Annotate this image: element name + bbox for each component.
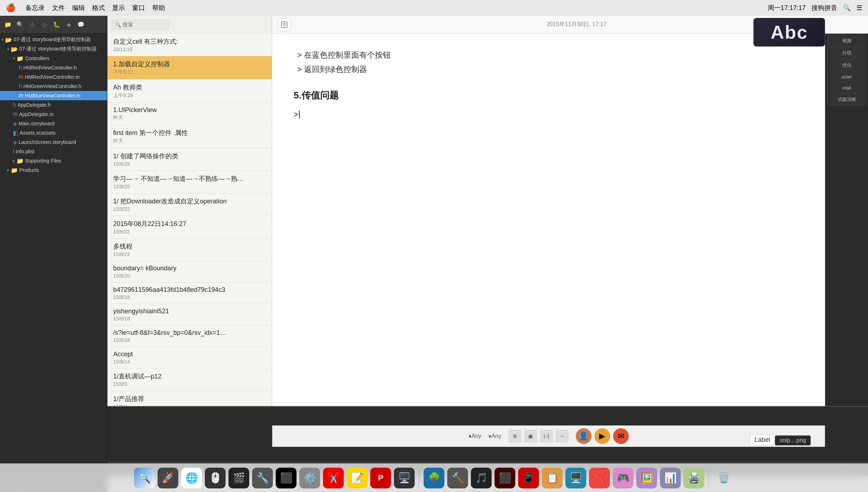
mail-icon[interactable]: ✉ bbox=[613, 428, 629, 444]
dock-xmind[interactable]: ✂️ bbox=[323, 468, 344, 488]
note-item-15[interactable]: 1/直机调试—p12 15/8/5 bbox=[107, 368, 272, 391]
note-item-1[interactable]: 1.加载自定义控制器 下午5:17 bbox=[107, 56, 272, 79]
rsp-group[interactable]: 分组 bbox=[827, 47, 867, 59]
note-item-8[interactable]: 2015年08月22日14:16:27 15/8/22 bbox=[107, 216, 272, 238]
nav-icon-debug[interactable]: 🐛 bbox=[52, 20, 62, 30]
tree-hmblue-m[interactable]: m HMBlueViewController.m bbox=[0, 91, 107, 100]
sb-icon-4[interactable]: ↔ bbox=[556, 430, 569, 443]
note-item-2[interactable]: Ah 教师类 上午9:26 bbox=[107, 79, 272, 103]
note-item-14[interactable]: Accept 15/8/14 bbox=[107, 347, 272, 368]
dock-app1[interactable]: ⬛ bbox=[495, 468, 515, 488]
cursor-line: > bbox=[294, 107, 847, 122]
note-item-4[interactable]: first item 第一个控件 .属性 昨天 bbox=[107, 125, 272, 148]
dock-notes[interactable]: 📝 bbox=[347, 468, 367, 488]
tree-supporting[interactable]: ▸ 📁 Supporting Files bbox=[0, 156, 107, 165]
dock-music[interactable]: 🎵 bbox=[471, 468, 492, 488]
rsp-trial[interactable]: 试版清晰 bbox=[827, 94, 867, 105]
tree-appdelegate-h[interactable]: h AppDelegate.h bbox=[0, 100, 107, 110]
menu-ime[interactable]: 搜狗拼音 bbox=[811, 4, 837, 12]
note-item-6[interactable]: 学习—→ 不知道—→知道—→不熟练—→熟… 15/8/25 bbox=[107, 171, 272, 193]
dock-app2[interactable]: 📱 bbox=[518, 468, 539, 488]
content-line-2: > 返回到绿色控制器 bbox=[297, 62, 847, 77]
dock-app6[interactable]: 🎮 bbox=[613, 468, 633, 488]
tree-hmgreen-h[interactable]: h HMGreenViewController.h bbox=[0, 82, 107, 91]
tree-appdelegate-m[interactable]: m AppDelegate.m bbox=[0, 110, 107, 119]
dock-app9[interactable]: 🖨️ bbox=[684, 468, 704, 488]
sb-icon-2[interactable]: ▣ bbox=[524, 430, 537, 443]
tree-controllers[interactable]: ▾ 📁 Controllers bbox=[0, 54, 107, 63]
menu-help[interactable]: 帮助 bbox=[152, 4, 165, 12]
nav-icon-search[interactable]: 🔍 bbox=[15, 20, 25, 30]
note-item-10[interactable]: boundary= kBoundary 15/8/20 bbox=[107, 261, 272, 283]
menu-window[interactable]: 窗口 bbox=[132, 4, 145, 12]
dock-unknown[interactable]: P bbox=[370, 468, 391, 488]
menu-search-icon[interactable]: 🔍 bbox=[843, 4, 851, 12]
dock-hammer[interactable]: 🔨 bbox=[447, 468, 468, 488]
dock-app3[interactable]: 📋 bbox=[542, 468, 563, 488]
tree-info-plist[interactable]: i Info.plist bbox=[0, 147, 107, 156]
apple-menu[interactable]: 🍎 bbox=[6, 3, 15, 13]
tree-main-storyboard[interactable]: ◈ Main.storyboard bbox=[0, 119, 107, 128]
rsp-video[interactable]: 视频 bbox=[827, 35, 867, 47]
note-item-5[interactable]: 1/ 创建了网络操作的类 15/8/25 bbox=[107, 148, 272, 171]
tree-root[interactable]: ▾ 📂 07-通过 storyboard使用导航控制器 bbox=[0, 35, 107, 44]
nav-icon-log[interactable]: 💬 bbox=[76, 20, 86, 30]
menu-display[interactable]: 显示 bbox=[112, 4, 125, 12]
dock-separator-1 bbox=[419, 469, 419, 487]
dock-app4[interactable]: 🖥️ bbox=[565, 468, 586, 488]
dock-display[interactable]: 🖥️ bbox=[394, 468, 415, 488]
tree-hmred-h[interactable]: h HMRedViewController.h bbox=[0, 63, 107, 72]
tree-launch-storyboard[interactable]: ◈ LaunchScreen.storyboard bbox=[0, 138, 107, 147]
dock-separator-2 bbox=[709, 469, 709, 487]
menu-beiwanglu[interactable]: 备忘录 bbox=[25, 4, 45, 12]
note-title-1: 1.加载自定义控制器 bbox=[113, 60, 266, 68]
dock-app8[interactable]: 📊 bbox=[660, 468, 681, 488]
tree-assets[interactable]: ◧ Assets.xcassets bbox=[0, 128, 107, 138]
dock-mouse[interactable]: 🖱️ bbox=[205, 468, 226, 488]
dock-finder[interactable]: 🔍 bbox=[134, 468, 155, 488]
tree-sub-folder[interactable]: ▾ 📂 07-通过 storyboard使用导航控制器 bbox=[0, 44, 107, 54]
text-cursor bbox=[299, 111, 300, 119]
note-item-11[interactable]: b4729611596aa413fd1b48ed79c194c3 15/8/18 bbox=[107, 283, 272, 304]
menu-edit[interactable]: 编辑 bbox=[72, 4, 85, 12]
note-item-3[interactable]: 1.UIPickerView 昨天 bbox=[107, 103, 272, 125]
notes-search-bar[interactable]: 🔍 bbox=[112, 20, 169, 30]
dock-launchpad[interactable]: 🚀 bbox=[158, 468, 178, 488]
nav-icon-breakpoint[interactable]: ◈ bbox=[64, 20, 74, 30]
dock-sourcetree[interactable]: 🌳 bbox=[424, 468, 444, 488]
note-item-9[interactable]: 多线程 15/8/22 bbox=[107, 238, 272, 261]
dock-tools[interactable]: 🔧 bbox=[252, 468, 273, 488]
search-input[interactable] bbox=[122, 21, 166, 28]
nav-icon-folder[interactable]: 📁 bbox=[3, 20, 13, 30]
dock-safari[interactable]: 🌐 bbox=[181, 468, 202, 488]
avatar-1[interactable]: 👤 bbox=[576, 428, 592, 444]
menu-list-icon[interactable]: ☰ bbox=[857, 4, 862, 12]
menu-file[interactable]: 文件 bbox=[52, 4, 65, 12]
dock-terminal[interactable]: ⬛ bbox=[276, 468, 296, 488]
tree-products[interactable]: ▸ 📁 Products bbox=[0, 165, 107, 175]
note-date-11: 15/8/18 bbox=[113, 294, 266, 300]
sb-icon-3[interactable]: |○| bbox=[540, 430, 553, 443]
note-item-13[interactable]: /s?ie=utf-8&f=3&rsv_bp=0&rsv_idx=1… 15/8… bbox=[107, 325, 272, 347]
rsp-etail[interactable]: etail bbox=[827, 83, 867, 93]
note-item-7[interactable]: 1/ 把Downloader改造成自定义operation 15/8/22 bbox=[107, 193, 272, 216]
dock-app7[interactable]: 🖼️ bbox=[636, 468, 657, 488]
dock-settings[interactable]: ⚙️ bbox=[299, 468, 320, 488]
rsp-aster[interactable]: aster bbox=[827, 72, 867, 82]
rsp-optimize[interactable]: 优化 bbox=[827, 59, 867, 71]
avatar-2[interactable]: ▶ bbox=[594, 428, 610, 444]
any-width[interactable]: ♦Any bbox=[468, 433, 481, 439]
dock-app5[interactable]: ❌ bbox=[589, 468, 610, 488]
tree-hmred-m[interactable]: m HMRedViewController.m bbox=[0, 72, 107, 82]
menubar: 🍎 备忘录 文件 编辑 格式 显示 窗口 帮助 周一17:17:17 搜狗拼音 … bbox=[0, 0, 868, 16]
dock-video[interactable]: 🎬 bbox=[228, 468, 249, 488]
note-item-12[interactable]: yishengyishiaini521 15/8/18 bbox=[107, 304, 272, 325]
note-item-0[interactable]: 自定义cell 有三种方式: 20/11/16 bbox=[107, 34, 272, 56]
compose-button[interactable] bbox=[278, 18, 291, 31]
dock-trash[interactable]: 🗑️ bbox=[713, 468, 734, 488]
any-height[interactable]: ♦Any bbox=[488, 433, 501, 439]
sb-icon-1[interactable]: ⊞ bbox=[508, 430, 521, 443]
nav-icon-test[interactable]: ◇ bbox=[39, 20, 49, 30]
nav-icon-issue[interactable]: ⚠ bbox=[27, 20, 37, 30]
menu-format[interactable]: 格式 bbox=[92, 4, 105, 12]
